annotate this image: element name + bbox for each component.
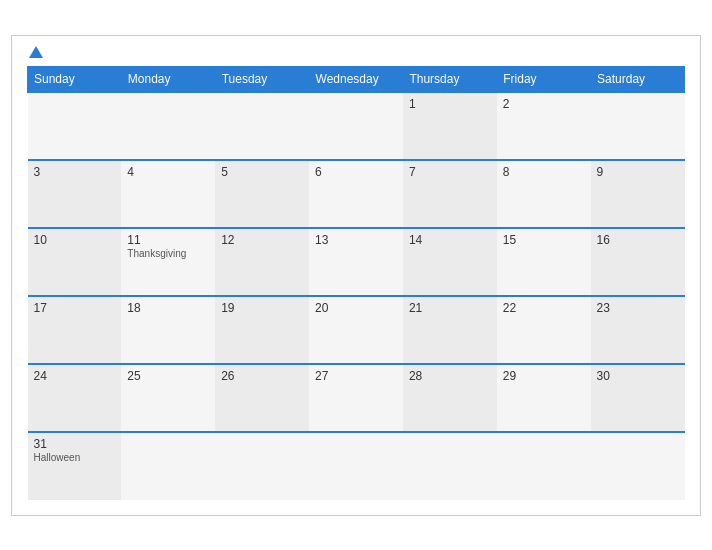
calendar-container: SundayMondayTuesdayWednesdayThursdayFrid… [11,35,701,516]
day-cell [215,92,309,160]
calendar-grid: SundayMondayTuesdayWednesdayThursdayFrid… [27,66,685,500]
day-number: 3 [34,165,116,179]
day-cell: 28 [403,364,497,432]
week-row-3: 1011Thanksgiving1213141516 [28,228,685,296]
day-header-saturday: Saturday [591,66,685,92]
day-number: 16 [597,233,679,247]
day-cell: 4 [121,160,215,228]
day-number: 27 [315,369,397,383]
day-cell: 17 [28,296,122,364]
day-number: 14 [409,233,491,247]
day-number: 29 [503,369,585,383]
day-number: 23 [597,301,679,315]
day-cell [403,432,497,500]
day-number: 22 [503,301,585,315]
day-cell: 21 [403,296,497,364]
day-cell: 16 [591,228,685,296]
calendar-header [27,46,685,58]
day-cell: 12 [215,228,309,296]
day-cell: 25 [121,364,215,432]
week-row-1: 12 [28,92,685,160]
day-cell: 27 [309,364,403,432]
day-cell: 20 [309,296,403,364]
holiday-label: Thanksgiving [127,248,209,259]
day-number: 12 [221,233,303,247]
day-number: 11 [127,233,209,247]
day-number: 26 [221,369,303,383]
day-cell [28,92,122,160]
day-cell: 5 [215,160,309,228]
day-number: 6 [315,165,397,179]
day-number: 30 [597,369,679,383]
day-number: 28 [409,369,491,383]
day-cell: 13 [309,228,403,296]
day-cell [121,92,215,160]
week-row-4: 17181920212223 [28,296,685,364]
day-number: 18 [127,301,209,315]
day-number: 9 [597,165,679,179]
day-number: 8 [503,165,585,179]
day-cell: 30 [591,364,685,432]
day-cell: 18 [121,296,215,364]
day-header-tuesday: Tuesday [215,66,309,92]
day-cell: 29 [497,364,591,432]
day-cell: 8 [497,160,591,228]
day-cell: 1 [403,92,497,160]
day-cell: 15 [497,228,591,296]
week-row-5: 24252627282930 [28,364,685,432]
day-number: 15 [503,233,585,247]
day-number: 21 [409,301,491,315]
day-number: 4 [127,165,209,179]
day-number: 10 [34,233,116,247]
day-cell: 11Thanksgiving [121,228,215,296]
day-cell: 19 [215,296,309,364]
day-cell: 23 [591,296,685,364]
day-cell: 7 [403,160,497,228]
day-cell: 3 [28,160,122,228]
day-header-monday: Monday [121,66,215,92]
day-number: 19 [221,301,303,315]
day-cell: 9 [591,160,685,228]
day-cell [591,432,685,500]
week-row-6: 31Halloween [28,432,685,500]
day-header-sunday: Sunday [28,66,122,92]
day-cell [309,432,403,500]
day-cell [215,432,309,500]
day-cell [309,92,403,160]
day-cell: 26 [215,364,309,432]
day-cell: 24 [28,364,122,432]
day-number: 13 [315,233,397,247]
day-number: 25 [127,369,209,383]
holiday-label: Halloween [34,452,116,463]
day-cell: 31Halloween [28,432,122,500]
day-number: 7 [409,165,491,179]
days-header-row: SundayMondayTuesdayWednesdayThursdayFrid… [28,66,685,92]
week-row-2: 3456789 [28,160,685,228]
day-cell [591,92,685,160]
day-cell: 10 [28,228,122,296]
day-number: 5 [221,165,303,179]
day-cell [497,432,591,500]
day-number: 1 [409,97,491,111]
day-cell: 22 [497,296,591,364]
day-cell: 2 [497,92,591,160]
day-cell: 6 [309,160,403,228]
logo-triangle-icon [29,46,43,58]
logo [27,46,43,58]
day-number: 31 [34,437,116,451]
day-header-thursday: Thursday [403,66,497,92]
day-number: 17 [34,301,116,315]
day-cell: 14 [403,228,497,296]
day-number: 20 [315,301,397,315]
day-cell [121,432,215,500]
day-number: 24 [34,369,116,383]
day-header-wednesday: Wednesday [309,66,403,92]
day-header-friday: Friday [497,66,591,92]
day-number: 2 [503,97,585,111]
